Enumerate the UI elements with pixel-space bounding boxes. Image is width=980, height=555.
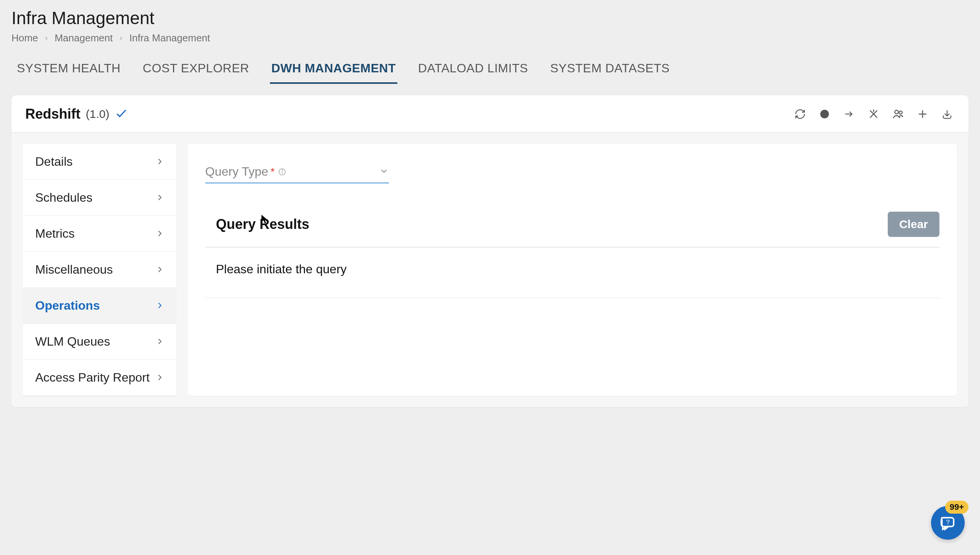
- sidebar-item-label: Details: [35, 155, 73, 169]
- sidebar-item-schedules[interactable]: Schedules: [23, 180, 176, 216]
- required-marker: *: [271, 166, 275, 178]
- clear-button[interactable]: Clear: [888, 212, 939, 237]
- chevron-right-icon: [155, 155, 164, 169]
- sidebar-item-operations[interactable]: Operations: [23, 288, 176, 324]
- chat-badge: 99+: [945, 501, 969, 514]
- sidebar-item-metrics[interactable]: Metrics: [23, 216, 176, 252]
- sidebar-item-wlm-queues[interactable]: WLM Queues: [23, 324, 176, 360]
- breadcrumb-infra-management[interactable]: Infra Management: [129, 32, 210, 44]
- check-icon: [115, 107, 128, 121]
- tools-icon[interactable]: [866, 106, 881, 122]
- card-title: Redshift: [25, 106, 80, 122]
- users-icon[interactable]: [890, 106, 906, 122]
- chevron-right-icon: [155, 263, 164, 277]
- tab-dwh-management[interactable]: DWH MANAGEMENT: [270, 57, 397, 84]
- chevron-right-icon: [155, 227, 164, 241]
- card-body: Details Schedules Metrics Miscellaneous …: [11, 132, 969, 407]
- main-card: Redshift (1.0): [11, 95, 969, 407]
- tab-bar: SYSTEM HEALTH COST EXPLORER DWH MANAGEME…: [11, 57, 969, 84]
- sidebar: Details Schedules Metrics Miscellaneous …: [23, 144, 176, 396]
- svg-point-6: [899, 111, 902, 114]
- arrow-right-icon[interactable]: [841, 106, 857, 122]
- chat-fab[interactable]: ? 99+: [931, 506, 965, 540]
- results-empty-message: Please initiate the query: [205, 248, 939, 298]
- chevron-right-icon: ›: [119, 33, 122, 43]
- sidebar-item-label: Metrics: [35, 227, 75, 241]
- svg-point-5: [895, 110, 898, 114]
- main-panel: Query Type * Query Results Clear Please …: [188, 144, 957, 396]
- results-title: Query Results: [205, 216, 309, 232]
- sidebar-item-label: Miscellaneous: [35, 263, 113, 277]
- card-header: Redshift (1.0): [11, 95, 969, 132]
- chevron-right-icon: [155, 299, 164, 313]
- query-type-label: Query Type: [205, 165, 268, 179]
- chevron-right-icon: [155, 335, 164, 349]
- results-header: Query Results Clear: [205, 212, 939, 248]
- status-dot-icon[interactable]: [817, 106, 832, 122]
- svg-point-11: [282, 170, 282, 170]
- card-version: (1.0): [86, 108, 109, 121]
- svg-text:?: ?: [946, 518, 950, 526]
- page-title: Infra Management: [11, 8, 969, 28]
- chevron-right-icon: [155, 191, 164, 205]
- plus-icon[interactable]: [915, 106, 930, 122]
- sidebar-item-label: Access Parity Report: [35, 371, 150, 385]
- query-type-select[interactable]: Query Type *: [205, 163, 389, 183]
- tab-cost-explorer[interactable]: COST EXPLORER: [141, 57, 251, 84]
- chevron-down-icon: [379, 166, 389, 178]
- sidebar-item-access-parity-report[interactable]: Access Parity Report: [23, 360, 176, 396]
- breadcrumb-management[interactable]: Management: [55, 32, 113, 44]
- chevron-right-icon: [155, 371, 164, 385]
- tab-system-health[interactable]: SYSTEM HEALTH: [15, 57, 122, 84]
- tab-system-datasets[interactable]: SYSTEM DATASETS: [549, 57, 671, 84]
- card-actions: [792, 106, 955, 122]
- sidebar-item-label: Schedules: [35, 191, 92, 205]
- sidebar-item-label: WLM Queues: [35, 335, 110, 349]
- breadcrumb: Home › Management › Infra Management: [11, 32, 969, 44]
- breadcrumb-home[interactable]: Home: [11, 32, 38, 44]
- sidebar-item-details[interactable]: Details: [23, 144, 176, 180]
- sidebar-item-miscellaneous[interactable]: Miscellaneous: [23, 252, 176, 288]
- tab-dataload-limits[interactable]: DATALOAD LIMITS: [416, 57, 529, 84]
- sidebar-item-label: Operations: [35, 299, 100, 313]
- svg-point-0: [820, 110, 829, 119]
- chevron-right-icon: ›: [45, 33, 47, 43]
- download-icon[interactable]: [939, 106, 955, 122]
- refresh-icon[interactable]: [792, 106, 808, 122]
- info-icon[interactable]: [278, 168, 286, 176]
